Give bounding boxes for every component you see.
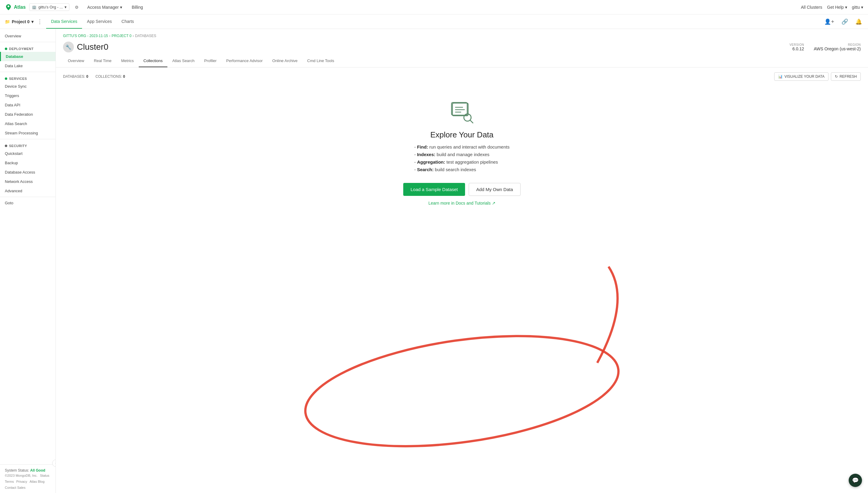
database-label: Database — [6, 54, 23, 59]
privacy-link[interactable]: Privacy — [16, 480, 27, 484]
collections-meta-left: DATABASES: 0 COLLECTIONS: 0 — [63, 74, 125, 79]
cluster-name: Cluster0 — [77, 42, 108, 52]
refresh-label: REFRESH — [840, 74, 857, 79]
terms-link[interactable]: Terms — [5, 480, 14, 484]
add-my-own-data-button[interactable]: Add My Own Data — [469, 183, 520, 196]
tab-collections[interactable]: Collections — [139, 55, 168, 67]
sidebar-item-stream-processing[interactable]: Stream Processing — [0, 128, 56, 138]
chart-icon: 📊 — [778, 74, 783, 79]
learn-more-link[interactable]: Learn more in Docs and Tutorials ↗ — [428, 201, 495, 206]
tab-app-services[interactable]: App Services — [82, 15, 117, 29]
collections-meta: DATABASES: 0 COLLECTIONS: 0 📊 VISUALIZE … — [63, 72, 861, 81]
second-navbar-tabs: Data Services App Services Charts — [46, 15, 139, 29]
breadcrumb-org[interactable]: GITTU'S ORG - 2023-11-15 — [63, 34, 108, 38]
databases-count: 0 — [86, 74, 88, 79]
sidebar-services-header: SERVICES — [0, 73, 56, 82]
load-sample-dataset-button[interactable]: Load a Sample Dataset — [403, 183, 465, 196]
tab-metrics[interactable]: Metrics — [117, 55, 139, 67]
project-selector[interactable]: 📁 Project 0 ▾ — [5, 19, 34, 24]
sidebar-item-data-lake[interactable]: Data Lake — [0, 61, 56, 70]
empty-state: Explore Your Data - Find: run queries an… — [63, 88, 861, 218]
empty-buttons: Load a Sample Dataset Add My Own Data — [403, 183, 520, 196]
learn-link-text: Learn more in Docs and Tutorials — [428, 201, 490, 206]
bell-icon[interactable]: 🔔 — [854, 17, 863, 26]
billing-button[interactable]: Billing — [129, 3, 146, 12]
breadcrumb-sep1: › — [109, 34, 110, 38]
data-federation-label: Data Federation — [5, 112, 33, 116]
atlas-blog-link[interactable]: Atlas Blog — [29, 480, 45, 484]
org-selector[interactable]: 🏢 gittu's Org - ... ▾ — [29, 3, 69, 11]
overview-label: Overview — [5, 34, 21, 38]
sidebar-security-header: SECURITY — [0, 141, 56, 149]
deployment-dot — [5, 48, 7, 50]
load-sample-label: Load a Sample Dataset — [411, 187, 458, 192]
tab-data-services[interactable]: Data Services — [46, 15, 82, 29]
tab-real-time[interactable]: Real Time — [89, 55, 117, 67]
tab-online-archive[interactable]: Online Archive — [268, 55, 303, 67]
tab-cmd-line-tools[interactable]: Cmd Line Tools — [303, 55, 339, 67]
sidebar-item-data-api[interactable]: Data API — [0, 100, 56, 110]
refresh-button[interactable]: ↻ REFRESH — [831, 72, 861, 81]
databases-count-label: DATABASES: 0 — [63, 74, 88, 79]
gear-icon[interactable]: ⚙ — [73, 3, 81, 12]
get-help-button[interactable]: Get Help ▾ — [827, 5, 847, 9]
tab-atlas-search[interactable]: Atlas Search — [167, 55, 199, 67]
tab-charts[interactable]: Charts — [117, 15, 139, 29]
user-button[interactable]: gittu ▾ — [852, 5, 863, 9]
atlas-leaf-icon — [5, 4, 12, 11]
get-help-chevron: ▾ — [845, 5, 847, 9]
sidebar-item-device-sync[interactable]: Device Sync — [0, 82, 56, 91]
sidebar-item-backup[interactable]: Backup — [0, 158, 56, 168]
collections-count-label: COLLECTIONS: 0 — [96, 74, 125, 79]
security-dot — [5, 145, 7, 147]
tab-overview[interactable]: Overview — [63, 55, 89, 67]
cluster-header: 🔧 Cluster0 VERSION 6.0.12 REGION AWS Ore… — [56, 38, 868, 52]
security-label: SECURITY — [9, 144, 27, 148]
nav-dots-icon[interactable]: ⋮ — [36, 18, 44, 25]
collections-area: DATABASES: 0 COLLECTIONS: 0 📊 VISUALIZE … — [56, 67, 868, 493]
person-plus-icon[interactable]: 👤+ — [823, 17, 835, 26]
access-manager-button[interactable]: Access Manager ▾ — [84, 3, 125, 12]
cluster-title: 🔧 Cluster0 — [63, 42, 108, 52]
cluster-meta: VERSION 6.0.12 REGION AWS Oregon (us-wes… — [790, 43, 861, 51]
tab-performance-advisor[interactable]: Performance Advisor — [221, 55, 268, 67]
sidebar-item-triggers[interactable]: Triggers — [0, 91, 56, 100]
main-content: GITTU'S ORG - 2023-11-15 › PROJECT 0 › D… — [56, 29, 868, 493]
sidebar-item-database[interactable]: Database — [0, 52, 56, 61]
empty-title: Explore Your Data — [430, 130, 494, 140]
user-chevron: ▾ — [861, 5, 863, 9]
sidebar-item-database-access[interactable]: Database Access — [0, 168, 56, 177]
status-link[interactable]: Status — [40, 474, 49, 477]
share-icon[interactable]: 🔗 — [840, 17, 849, 26]
breadcrumb-project[interactable]: PROJECT 0 — [111, 34, 131, 38]
project-chevron: ▾ — [32, 19, 34, 24]
sidebar-item-network-access[interactable]: Network Access — [0, 177, 56, 186]
region-value: AWS Oregon (us-west-2) — [814, 46, 861, 51]
sidebar-item-advanced[interactable]: Advanced — [0, 186, 56, 196]
sidebar: Overview DEPLOYMENT Database Data Lake S… — [0, 29, 56, 493]
list-item-search: - Search: build search indexes — [414, 167, 510, 172]
sidebar-item-overview[interactable]: Overview — [0, 31, 56, 41]
sidebar-item-atlas-search[interactable]: Atlas Search — [0, 119, 56, 128]
status-value: All Good — [30, 468, 45, 472]
cluster-icon: 🔧 — [63, 42, 74, 52]
main-wrapper: GITTU'S ORG - 2023-11-15 › PROJECT 0 › D… — [56, 29, 868, 493]
second-navbar-right: 👤+ 🔗 🔔 — [823, 17, 863, 26]
chat-button[interactable]: 💬 — [849, 474, 862, 487]
sidebar-item-goto[interactable]: Goto — [0, 198, 56, 208]
main-layout: Overview DEPLOYMENT Database Data Lake S… — [0, 29, 868, 493]
user-label: gittu — [852, 5, 860, 9]
goto-label: Goto — [5, 201, 13, 205]
copyright: ©2023 MongoDB, Inc. — [5, 474, 37, 477]
all-clusters-button[interactable]: All Clusters — [801, 5, 822, 9]
contact-sales-link[interactable]: Contact Sales — [5, 486, 25, 489]
list-item-find: - Find: run queries and interact with do… — [414, 144, 510, 149]
device-sync-label: Device Sync — [5, 84, 26, 89]
version-label: VERSION — [790, 43, 804, 46]
sidebar-item-quickstart[interactable]: Quickstart — [0, 149, 56, 158]
visualize-data-button[interactable]: 📊 VISUALIZE YOUR DATA — [774, 72, 828, 81]
tab-profiler[interactable]: Profiler — [199, 55, 221, 67]
sidebar-footer-content: System Status: All Good ©2023 MongoDB, I… — [0, 464, 56, 493]
sidebar-item-data-federation[interactable]: Data Federation — [0, 110, 56, 119]
top-navbar-left: Atlas 🏢 gittu's Org - ... ▾ ⚙ Access Man… — [5, 3, 146, 12]
